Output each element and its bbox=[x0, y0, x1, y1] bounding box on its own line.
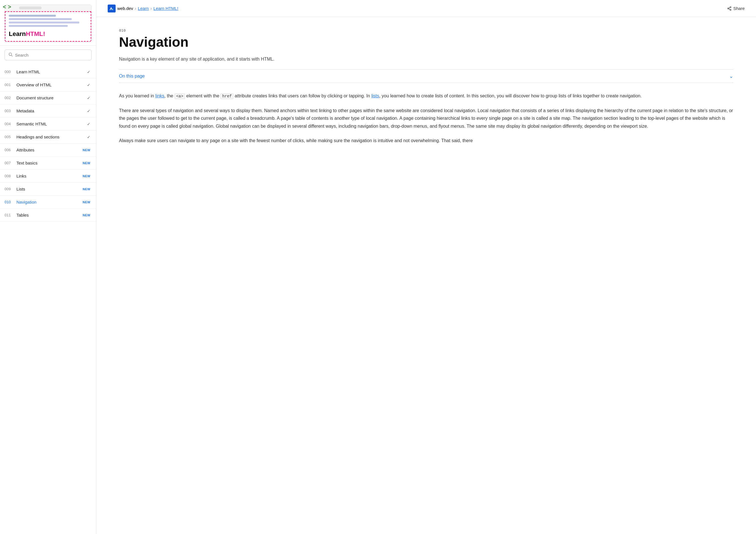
breadcrumb-current[interactable]: Learn HTML! bbox=[153, 6, 178, 11]
nav-item-004[interactable]: 004 Semantic HTML ✓ bbox=[0, 117, 96, 131]
logo-html: HTML! bbox=[26, 30, 45, 38]
logo-text: LearnHTML! bbox=[9, 29, 87, 38]
body-paragraph-2: There are several types of navigation an… bbox=[119, 107, 733, 130]
links-link[interactable]: links bbox=[155, 93, 164, 98]
breadcrumb-sep-1: › bbox=[135, 6, 136, 11]
nav-list: 000 Learn HTML ✓ 001 Overview of HTML ✓ … bbox=[0, 64, 96, 534]
search-icon bbox=[8, 52, 13, 58]
new-badge-011: NEW bbox=[83, 214, 91, 217]
mock-lines bbox=[9, 15, 87, 27]
nav-item-009[interactable]: 009 Lists NEW bbox=[0, 183, 96, 196]
on-this-page-label: On this page bbox=[119, 74, 145, 79]
breadcrumb-learn[interactable]: Learn bbox=[138, 6, 149, 11]
nav-item-010[interactable]: 010 Navigation NEW bbox=[0, 196, 96, 209]
svg-line-1 bbox=[11, 55, 13, 56]
topbar: web.dev › Learn › Learn HTML! Share bbox=[96, 0, 756, 17]
svg-line-8 bbox=[729, 9, 730, 10]
new-badge-006: NEW bbox=[83, 148, 91, 152]
body1-mid1: , the bbox=[164, 93, 175, 98]
search-wrapper[interactable] bbox=[5, 50, 92, 60]
content-area: 010 Navigation Navigation is a key eleme… bbox=[96, 17, 756, 534]
new-badge-010: NEW bbox=[83, 200, 91, 204]
browser-titlebar: < > bbox=[5, 5, 91, 11]
search-area bbox=[0, 46, 96, 64]
back-button[interactable]: < bbox=[5, 5, 6, 10]
forward-button[interactable]: > bbox=[8, 5, 11, 10]
check-icon-002: ✓ bbox=[87, 96, 91, 100]
page-subtitle: Navigation is a key element of any site … bbox=[119, 56, 733, 63]
share-button[interactable]: Share bbox=[727, 6, 745, 11]
chevron-down-icon: ⌄ bbox=[729, 73, 733, 79]
mock-line-4 bbox=[9, 25, 68, 27]
logo-learn: Learn bbox=[9, 30, 26, 38]
check-icon-000: ✓ bbox=[87, 70, 91, 74]
mock-line-2 bbox=[9, 18, 72, 20]
check-icon-003: ✓ bbox=[87, 109, 91, 113]
body-paragraph-3: Always make sure users can navigate to a… bbox=[119, 137, 733, 144]
mock-line-1 bbox=[9, 15, 56, 17]
check-icon-005: ✓ bbox=[87, 135, 91, 139]
body-paragraph-1: As you learned in links, the <a> element… bbox=[119, 92, 733, 100]
svg-line-9 bbox=[729, 7, 730, 8]
page-title: Navigation bbox=[119, 35, 733, 50]
check-icon-004: ✓ bbox=[87, 122, 91, 126]
new-badge-007: NEW bbox=[83, 162, 91, 165]
new-badge-009: NEW bbox=[83, 188, 91, 191]
webdev-logo-area[interactable]: web.dev bbox=[108, 5, 133, 13]
nav-item-008[interactable]: 008 Links NEW bbox=[0, 169, 96, 183]
nav-item-002[interactable]: 002 Document structure ✓ bbox=[0, 91, 96, 105]
url-bar-mock bbox=[19, 7, 42, 9]
nav-item-001[interactable]: 001 Overview of HTML ✓ bbox=[0, 78, 96, 91]
nav-item-007[interactable]: 007 Text basics NEW bbox=[0, 157, 96, 169]
main-content-area: web.dev › Learn › Learn HTML! Share 010 … bbox=[96, 0, 756, 534]
share-icon bbox=[727, 6, 732, 11]
site-name: web.dev bbox=[117, 6, 133, 11]
search-input[interactable] bbox=[15, 53, 88, 58]
new-badge-008: NEW bbox=[83, 174, 91, 178]
webdev-logo-icon bbox=[108, 5, 116, 13]
check-icon-001: ✓ bbox=[87, 83, 91, 87]
browser-chrome-mock: < > LearnHTML! bbox=[5, 5, 92, 42]
sidebar-logo-area: < > LearnHTML! bbox=[0, 0, 96, 46]
body1-mid2: element with the bbox=[185, 93, 221, 98]
lists-link[interactable]: lists bbox=[371, 93, 379, 98]
a-element-code: <a> bbox=[175, 93, 185, 99]
nav-item-006[interactable]: 006 Attributes NEW bbox=[0, 143, 96, 157]
breadcrumb-sep-2: › bbox=[150, 6, 152, 11]
nav-item-005[interactable]: 005 Headings and sections ✓ bbox=[0, 131, 96, 143]
nav-item-011[interactable]: 011 Tables NEW bbox=[0, 209, 96, 222]
page-number: 010 bbox=[119, 28, 733, 33]
nav-item-000[interactable]: 000 Learn HTML ✓ bbox=[0, 65, 96, 78]
sidebar: < > LearnHTML! bbox=[0, 0, 96, 534]
browser-content-mock: LearnHTML! bbox=[5, 11, 91, 42]
body1-prefix: As you learned in bbox=[119, 93, 155, 98]
browser-nav-btns: < > bbox=[5, 5, 11, 10]
mock-line-3 bbox=[9, 21, 79, 23]
on-this-page-toggle[interactable]: On this page ⌄ bbox=[119, 69, 733, 83]
href-attr-code: href bbox=[221, 93, 233, 99]
breadcrumb: web.dev › Learn › Learn HTML! bbox=[108, 5, 178, 13]
share-label: Share bbox=[733, 6, 745, 11]
body1-suffix: , you learned how to create lists of con… bbox=[379, 93, 642, 98]
body1-mid3: attribute creates links that users can f… bbox=[233, 93, 371, 98]
nav-item-003[interactable]: 003 Metadata ✓ bbox=[0, 105, 96, 117]
